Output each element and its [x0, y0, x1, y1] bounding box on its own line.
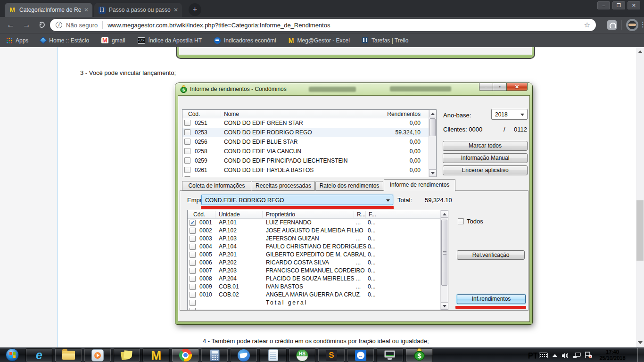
minimize-button[interactable]: – — [597, 1, 610, 9]
tab-close-icon[interactable]: ✕ — [173, 7, 178, 13]
table-row[interactable]: 0263 COND DO EDIF STANFORD 0,00 — [182, 175, 436, 177]
new-tab-button[interactable]: + — [189, 3, 201, 16]
dialog-minimize-button[interactable]: – — [479, 82, 493, 91]
row-checkbox[interactable] — [190, 300, 196, 306]
table-row[interactable]: 0253 COND DO EDIF RODRIGO REGO 59.324,10 — [182, 128, 436, 137]
action-center-flag-icon[interactable]: x — [585, 352, 592, 360]
taskbar-megagestor[interactable]: M — [142, 348, 170, 362]
bookmark-trello[interactable]: Tarefas | Trello — [362, 37, 408, 44]
col-cod[interactable]: Cód. — [188, 111, 200, 117]
scroll-thumb[interactable] — [441, 220, 447, 286]
col-f[interactable]: F... — [369, 211, 376, 218]
tab-informe[interactable]: Informe de rendimentos — [384, 179, 455, 191]
row-checkbox[interactable]: ✓ — [190, 220, 196, 226]
companies-scrollbar[interactable] — [429, 110, 436, 177]
row-checkbox[interactable] — [190, 228, 196, 234]
taskbar-hs-app[interactable]: HS — [289, 348, 316, 362]
close-button[interactable]: ✕ — [627, 1, 640, 9]
table-row[interactable]: 0261 COND DO EDIF HAYDEA BASTOS 0,00 — [182, 165, 436, 175]
bookmark-megagestor[interactable]: MMeg@Gestor - Excel — [289, 37, 350, 44]
restore-button[interactable]: ❐ — [612, 1, 625, 9]
row-checkbox[interactable] — [190, 244, 196, 250]
marcar-todos-button[interactable]: Marcar todos — [443, 141, 528, 151]
taskbar-notepad[interactable] — [259, 348, 287, 362]
show-desktop-button[interactable] — [637, 348, 644, 362]
tab-categoria[interactable]: M Categoria:Informe de Rendiment ✕ — [5, 3, 92, 17]
taskbar-chrome[interactable] — [172, 348, 199, 362]
page-scrollbar[interactable] — [636, 47, 644, 347]
row-checkbox[interactable] — [184, 129, 190, 135]
taskbar-windows-explorer[interactable] — [55, 348, 82, 362]
pdf-extension-icon[interactable] — [607, 20, 617, 30]
row-checkbox[interactable] — [184, 157, 190, 164]
table-row[interactable]: 0007 AP.203 FRANCISCO EMMANUEL CORDEIRO … — [188, 267, 448, 275]
row-checkbox[interactable] — [184, 120, 190, 126]
row-checkbox[interactable] — [190, 308, 196, 310]
ano-base-combobox[interactable]: 2018 — [491, 109, 528, 120]
clock[interactable]: 17:40 25/10/2018 — [595, 349, 630, 361]
row-checkbox[interactable] — [190, 276, 196, 282]
row-checkbox[interactable] — [184, 139, 190, 145]
row-checkbox[interactable] — [190, 268, 196, 274]
table-row[interactable]: 0256 COND DO EDIF BLUE STAR 0,00 — [182, 137, 436, 147]
scroll-up-icon[interactable] — [638, 50, 643, 53]
taskbar-sticky-notes[interactable] — [113, 348, 140, 362]
table-row[interactable]: 0258 COND DO EDIF VIA CANCUN 0,00 — [182, 147, 436, 156]
dialog-restore-button[interactable]: ▫ — [493, 82, 507, 91]
scroll-up-icon[interactable] — [429, 110, 437, 117]
window-titlebar[interactable]: $ Informe de rendimentos - Condôminos – … — [175, 83, 532, 95]
scroll-up-icon[interactable] — [441, 210, 448, 218]
bookmark-indicadores[interactable]: Indicadores econômi — [214, 37, 276, 44]
table-row[interactable]: 0005 AP.201 GILBERTO EXPEDITO DE M. CABR… — [188, 251, 448, 259]
profile-avatar[interactable] — [626, 19, 638, 31]
tab-receitas[interactable]: Receitas processadas — [252, 181, 315, 190]
row-checkbox[interactable] — [190, 284, 196, 290]
back-icon[interactable]: ← — [7, 20, 15, 30]
inf-rendimentos-button[interactable]: Inf.rendimentos — [457, 294, 526, 304]
row-checkbox[interactable] — [184, 167, 190, 173]
tab-coleta[interactable]: Coleta de informações — [182, 181, 251, 190]
keyboard-icon[interactable] — [539, 353, 548, 358]
row-checkbox[interactable] — [184, 176, 190, 177]
network-icon[interactable] — [573, 352, 581, 361]
row-checkbox[interactable] — [190, 260, 196, 266]
row-checkbox[interactable] — [190, 292, 196, 298]
tab-close-icon[interactable]: ✕ — [84, 7, 89, 13]
bookmark-star-icon[interactable]: ☆ — [584, 21, 590, 29]
row-checkbox[interactable] — [190, 236, 196, 242]
taskbar-megagestor-app[interactable]: $ — [405, 348, 433, 362]
rel-verificacao-button[interactable]: Rel.verificação — [457, 250, 525, 260]
table-row[interactable]: 0009 COB.01 IVAN BASTOS ... 0... — [188, 283, 448, 291]
row-checkbox[interactable] — [190, 252, 196, 258]
tab-rateio[interactable]: Rateio dos rendimentos — [315, 181, 383, 190]
address-bar[interactable]: i Não seguro www.megagestor.com.br/wiki/… — [50, 19, 596, 31]
taskbar-thunderbird[interactable] — [230, 348, 257, 362]
row-checkbox[interactable] — [184, 148, 190, 154]
scroll-thumb[interactable] — [636, 200, 644, 261]
info-icon[interactable]: i — [56, 22, 62, 28]
empresas-combobox[interactable]: COND.EDIF. RODRIGO REGO — [201, 195, 393, 205]
table-row[interactable]: 0010 COB.02 ANGELA MARIA GUERRA DA CRUZ … — [188, 291, 448, 299]
speaker-icon[interactable] — [562, 352, 569, 361]
scroll-down-icon[interactable] — [638, 341, 643, 344]
tab-passo-a-passo[interactable]: [] Passo a passo ou passo-a-passo ✕ — [94, 3, 182, 17]
table-row[interactable]: 0008 AP.204 PLACIDO DE SOUZA MEIRELLES .… — [188, 275, 448, 283]
table-row[interactable]: 0002 AP.102 JOSE AUGUSTO DE ALMEIDA FILH… — [188, 227, 448, 235]
col-cod[interactable]: Cód. — [193, 211, 205, 218]
taskbar-media-player[interactable] — [84, 348, 111, 362]
tray-expand-icon[interactable] — [553, 354, 557, 357]
table-row[interactable]: 0006 AP.202 RICARDO COSTA SILVA ... 0... — [188, 259, 448, 267]
reload-icon[interactable] — [39, 22, 45, 28]
scroll-down-icon[interactable] — [429, 169, 437, 177]
table-row[interactable]: ✓ 0001 AP.101 LUIZ FERNANDO ... 0... — [188, 219, 448, 227]
url-text[interactable]: www.megagestor.com.br/wiki/index.php?tit… — [107, 22, 578, 29]
bookmark-gmail[interactable]: Mgmail — [101, 37, 125, 44]
col-rendimentos[interactable]: Rendimentos — [387, 111, 421, 117]
informacao-manual-button[interactable]: Informação Manual — [443, 153, 528, 163]
chrome-menu-icon[interactable]: ⋮ — [639, 20, 644, 29]
bookmark-estacio[interactable]: Home :: Estácio — [41, 37, 89, 44]
bookmark-apostila[interactable]: </>Índice da Apostila HT — [138, 37, 202, 44]
dialog-close-button[interactable]: ✕ — [507, 82, 528, 91]
taskbar-teamviewer[interactable]: ↔ — [347, 348, 374, 362]
col-nome[interactable]: Nome — [221, 111, 239, 117]
